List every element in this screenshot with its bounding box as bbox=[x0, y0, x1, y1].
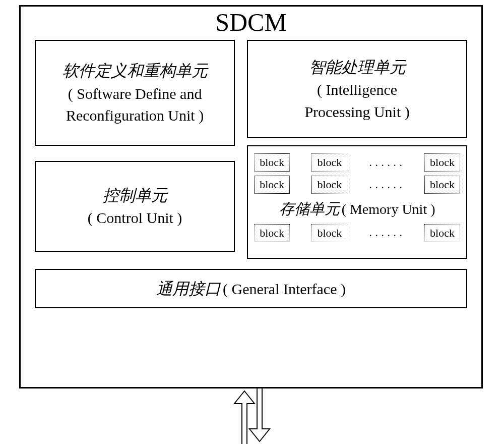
ellipsis: . . . . . . bbox=[369, 179, 403, 191]
block-row-3: block block . . . . . . block bbox=[254, 224, 460, 242]
content-area: 软件定义和重构单元 ( Software Define and Reconfig… bbox=[21, 40, 481, 259]
memory-en-label: ( Memory Unit ) bbox=[342, 201, 435, 217]
gi-cn-label: 通用接口 bbox=[156, 280, 221, 298]
block-row-2: block block . . . . . . block bbox=[254, 176, 460, 194]
ipu-box: 智能处理单元 ( Intelligence Processing Unit ) bbox=[247, 40, 467, 138]
left-column: 软件定义和重构单元 ( Software Define and Reconfig… bbox=[35, 40, 235, 259]
memory-unit-box: block block . . . . . . block block bloc… bbox=[247, 145, 467, 259]
bidirectional-arrow-icon bbox=[227, 388, 277, 444]
memory-block: block bbox=[254, 224, 290, 242]
control-cn-label: 控制单元 bbox=[41, 184, 229, 207]
memory-label: 存储单元 ( Memory Unit ) bbox=[254, 198, 460, 220]
ellipsis: . . . . . . bbox=[369, 227, 403, 239]
memory-block: block bbox=[254, 176, 290, 194]
sdru-en-label-2: Reconfiguration Unit ) bbox=[41, 104, 229, 127]
memory-block: block bbox=[424, 176, 460, 194]
block-row-1: block block . . . . . . block bbox=[254, 153, 460, 172]
control-en-label: ( Control Unit ) bbox=[41, 207, 229, 229]
memory-block: block bbox=[254, 153, 290, 172]
memory-cn-label: 存储单元 bbox=[279, 200, 340, 217]
memory-block: block bbox=[311, 153, 347, 172]
right-column: 智能处理单元 ( Intelligence Processing Unit ) … bbox=[247, 40, 467, 259]
sdru-box: 软件定义和重构单元 ( Software Define and Reconfig… bbox=[35, 40, 235, 146]
ipu-cn-label: 智能处理单元 bbox=[253, 55, 461, 79]
memory-block: block bbox=[311, 176, 347, 194]
sdru-en-label-1: ( Software Define and bbox=[41, 83, 229, 105]
memory-block: block bbox=[311, 224, 347, 242]
general-interface-box: 通用接口 ( General Interface ) bbox=[35, 269, 467, 308]
sdcm-container: SDCM 软件定义和重构单元 ( Software Define and Rec… bbox=[19, 5, 483, 388]
title: SDCM bbox=[21, 8, 481, 37]
gi-en-label: ( General Interface ) bbox=[223, 281, 346, 297]
ellipsis: . . . . . . bbox=[369, 157, 403, 169]
memory-block: block bbox=[424, 153, 460, 172]
sdru-cn-label: 软件定义和重构单元 bbox=[41, 59, 229, 82]
ipu-en-label-2: Processing Unit ) bbox=[253, 101, 461, 123]
ipu-en-label-1: ( Intelligence bbox=[253, 79, 461, 101]
memory-block: block bbox=[424, 224, 460, 242]
control-unit-box: 控制单元 ( Control Unit ) bbox=[35, 161, 235, 252]
